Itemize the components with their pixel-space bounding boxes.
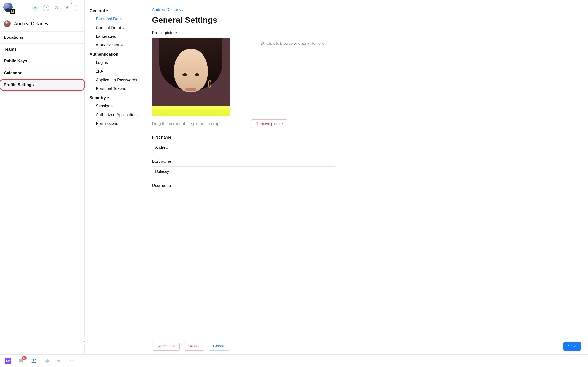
sidebar-item-profile-settings[interactable]: Profile Settings <box>0 79 85 91</box>
page-title: General Settings <box>152 15 581 25</box>
nav-group-general[interactable]: General <box>90 7 142 15</box>
paperclip-icon <box>260 42 264 45</box>
save-button[interactable]: Save <box>563 342 581 350</box>
chevron-down-icon <box>107 97 110 99</box>
bottombar-more-icon[interactable] <box>69 358 75 364</box>
cancel-button[interactable]: Cancel <box>209 342 230 350</box>
username-label: Username <box>152 183 581 188</box>
upload-dropzone[interactable]: Click to browse or drag a file here <box>256 38 341 49</box>
nav-item-work-schedule[interactable]: Work Schedule <box>96 41 142 50</box>
search-icon[interactable] <box>53 5 60 11</box>
bottombar-chat-icon[interactable]: 17 <box>18 358 24 364</box>
last-name-input[interactable] <box>152 166 336 177</box>
sidebar-item-teams[interactable]: Teams <box>0 43 85 55</box>
notifications-icon[interactable] <box>32 5 38 11</box>
nav-item-languages[interactable]: Languages <box>96 32 142 41</box>
avatar-overlay-badge: M <box>10 9 15 14</box>
svg-point-0 <box>55 6 58 9</box>
add-button[interactable] <box>75 5 81 11</box>
svg-point-7 <box>72 360 73 361</box>
person-name: Andrea Delacey <box>14 21 48 27</box>
collapse-sidebar-button[interactable]: « <box>81 338 88 345</box>
svg-point-8 <box>73 360 74 361</box>
lightning-badge: 5 <box>71 3 72 6</box>
profile-picture[interactable] <box>152 38 230 116</box>
bottombar-gear-icon[interactable] <box>44 358 50 364</box>
sidebar-item-calendar[interactable]: Calendar <box>0 67 85 79</box>
last-name-label: Last name <box>152 159 581 164</box>
nav-item-2fa[interactable]: 2FA <box>96 67 142 76</box>
person-header[interactable]: Andrea Delacey <box>0 16 85 32</box>
crop-hint: Drag the corner of the picture to crop <box>152 121 219 126</box>
svg-point-4 <box>33 359 34 361</box>
nav-item-authorized-applications[interactable]: Authorized Applications <box>96 110 142 119</box>
remove-picture-button[interactable]: Remove picture <box>251 119 288 128</box>
chevron-down-icon <box>120 53 122 56</box>
svg-line-1 <box>57 9 58 10</box>
deactivate-button[interactable]: Deactivate <box>152 342 179 350</box>
nav-item-permissions[interactable]: Permissions <box>96 119 142 128</box>
bottombar-megaphone-icon[interactable] <box>57 358 62 364</box>
nav-group-security[interactable]: Security <box>90 94 142 102</box>
chat-badge: 17 <box>22 356 27 359</box>
nav-group-authentication[interactable]: Authentication <box>90 50 142 58</box>
first-name-input[interactable] <box>152 142 336 153</box>
nav-item-personal-data[interactable]: Personal Data <box>96 15 142 24</box>
nav-item-app-passwords[interactable]: Application Passwords <box>96 76 142 84</box>
person-avatar <box>4 20 11 27</box>
nav-item-sessions[interactable]: Sessions <box>96 102 142 110</box>
sidebar-item-locations[interactable]: Locations <box>0 32 85 43</box>
bottombar-cp[interactable]: CP <box>5 358 11 364</box>
nav-item-personal-tokens[interactable]: Personal Tokens <box>96 84 142 93</box>
lightning-icon[interactable]: 5 <box>64 5 70 11</box>
chevron-down-icon <box>106 10 109 12</box>
svg-point-6 <box>70 360 71 361</box>
user-avatar[interactable]: M <box>3 3 14 13</box>
sidebar-item-public-keys[interactable]: Public Keys <box>0 55 85 67</box>
bottombar-people-icon[interactable] <box>31 358 37 364</box>
delete-button[interactable]: Delete <box>184 342 204 350</box>
first-name-label: First name <box>152 135 581 140</box>
help-icon[interactable]: ? <box>43 5 49 11</box>
nav-item-contact-details[interactable]: Contact Details <box>96 24 142 32</box>
breadcrumb[interactable]: Andrea Delacey / <box>152 8 581 12</box>
nav-item-logins[interactable]: Logins <box>96 58 142 67</box>
svg-point-5 <box>34 359 36 360</box>
profile-picture-label: Profile picture <box>152 31 581 35</box>
